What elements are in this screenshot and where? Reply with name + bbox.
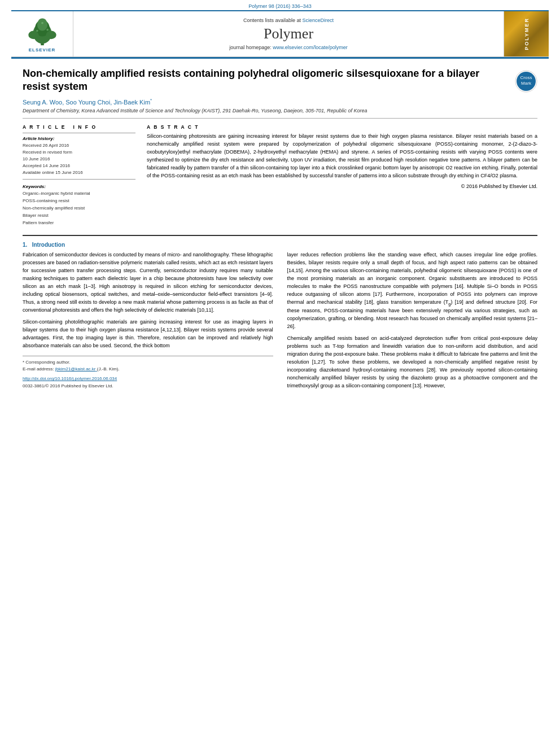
- article-history-box: Article history: Received 26 April 2016 …: [23, 133, 135, 180]
- authors: Seung A. Woo, Soo Young Choi, Jin-Baek K…: [23, 98, 537, 106]
- journal-center: Contents lists available at ScienceDirec…: [73, 11, 504, 56]
- top-reference-bar: Polymer 98 (2016) 336–343: [0, 0, 560, 10]
- article-info-column: A R T I C L E I N F O Article history: R…: [23, 124, 135, 226]
- footnote-email-line: E-mail address: jbkim21@kaist.ac.kr (J.-…: [23, 366, 273, 373]
- svg-point-6: [36, 30, 38, 32]
- homepage-prefix: journal homepage:: [229, 45, 273, 50]
- paragraph-1-text: Fabrication of semiconductor devices is …: [23, 252, 273, 313]
- body-paragraph-1: Fabrication of semiconductor devices is …: [23, 251, 273, 314]
- elsevier-wordmark: ELSEVIER: [29, 47, 56, 53]
- journal-homepage: journal homepage: www.elsevier.com/locat…: [229, 45, 348, 50]
- received-date: Received 26 April 2016: [23, 142, 135, 149]
- doi-link[interactable]: http://dx.doi.org/10.1016/j.polymer.2016…: [23, 376, 117, 381]
- keyword-2: POSS-containing resist: [23, 198, 135, 205]
- keyword-1: Organic–inorganic hybrid material: [23, 190, 135, 198]
- paragraph-3-text: layer reduces reflection problems like t…: [287, 252, 538, 329]
- paragraph-2-text: Silicon-containing photolithographic mat…: [23, 319, 273, 348]
- svg-text:Mark: Mark: [521, 81, 532, 86]
- body-left-column: Fabrication of semiconductor devices is …: [23, 251, 273, 394]
- journal-reference: Polymer 98 (2016) 336–343: [248, 3, 312, 9]
- svg-point-4: [28, 31, 38, 40]
- page: Polymer 98 (2016) 336–343: [0, 0, 560, 747]
- elsevier-tree-icon: [23, 15, 62, 46]
- footnote-corresponding: * Corresponding author.: [23, 359, 273, 366]
- available-date: Available online 15 June 2016: [23, 169, 135, 176]
- article-info-header: A R T I C L E I N F O: [23, 124, 135, 130]
- section-heading: Introduction: [32, 242, 65, 248]
- footnote-email-note: (J.-B. Kim).: [97, 366, 120, 372]
- journal-name: Polymer: [264, 25, 313, 42]
- footnote-asterisk: * Corresponding author.: [23, 360, 71, 365]
- section-number: 1.: [23, 242, 27, 248]
- body-paragraph-2: Silicon-containing photolithographic mat…: [23, 318, 273, 350]
- received-revised-date: 10 June 2016: [23, 156, 135, 163]
- svg-point-7: [46, 29, 49, 31]
- svg-point-5: [46, 31, 56, 40]
- body-two-column: Fabrication of semiconductor devices is …: [23, 251, 537, 394]
- doi-section: http://dx.doi.org/10.1016/j.polymer.2016…: [23, 375, 273, 390]
- journal-header: ELSEVIER Contents lists available at Sci…: [11, 10, 549, 57]
- article-title-section: Non-chemically amplified resists contain…: [23, 67, 537, 94]
- sciencedirect-anchor[interactable]: ScienceDirect: [303, 18, 334, 23]
- history-title: Article history:: [23, 136, 135, 141]
- keyword-3: Non-chemically amplified resist: [23, 205, 135, 212]
- crossmark-icon: Cross Mark: [515, 70, 537, 93]
- article-content: Non-chemically amplified resists contain…: [0, 59, 560, 405]
- body-paragraph-4: Chemically amplified resists based on ac…: [287, 335, 538, 390]
- svg-text:Cross: Cross: [520, 75, 532, 80]
- copyright-notice: © 2016 Published by Elsevier Ltd.: [147, 184, 537, 189]
- polymer-cover-image: polymer: [504, 11, 549, 56]
- article-two-column: A R T I C L E I N F O Article history: R…: [23, 124, 537, 226]
- received-revised-label: Received in revised form: [23, 149, 135, 156]
- body-paragraph-3: layer reduces reflection problems like t…: [287, 251, 538, 331]
- accepted-date: Accepted 14 June 2016: [23, 163, 135, 169]
- svg-point-8: [41, 22, 43, 24]
- email-label: E-mail address:: [23, 366, 55, 372]
- article-title: Non-chemically amplified resists contain…: [23, 67, 506, 94]
- sciencedirect-prefix: Contents lists available at: [243, 18, 303, 23]
- footnotes: * Corresponding author. E-mail address: …: [23, 356, 273, 373]
- body-right-column: layer reduces reflection problems like t…: [287, 251, 538, 394]
- issn-text: 0032-3861/© 2016 Published by Elsevier L…: [23, 383, 113, 388]
- paragraph-4-text: Chemically amplified resists based on ac…: [287, 335, 538, 388]
- intro-section-title: 1. Introduction: [23, 242, 537, 248]
- polymer-cover-label: polymer: [524, 18, 530, 50]
- corresponding-marker: *: [150, 98, 152, 103]
- svg-point-3: [37, 19, 47, 31]
- keywords-section: Keywords: Organic–inorganic hybrid mater…: [23, 184, 135, 226]
- elsevier-logo: ELSEVIER: [11, 11, 73, 56]
- abstract-column: A B S T R A C T Silicon-containing photo…: [147, 124, 537, 226]
- affiliation: Department of Chemistry, Korea Advanced …: [23, 108, 537, 119]
- author-names: Seung A. Woo, Soo Young Choi, Jin-Baek K…: [23, 99, 152, 106]
- keyword-5: Pattern transfer: [23, 220, 135, 227]
- abstract-header: A B S T R A C T: [147, 124, 537, 130]
- keyword-4: Bilayer resist: [23, 212, 135, 220]
- sciencedirect-link: Contents lists available at ScienceDirec…: [243, 18, 334, 23]
- keywords-title: Keywords:: [23, 184, 135, 189]
- abstract-text: Silicon-containing photoresists are gain…: [147, 133, 537, 180]
- footnote-email-link[interactable]: jbkim21@kaist.ac.kr: [55, 366, 97, 372]
- body-section: 1. Introduction Fabrication of semicondu…: [23, 235, 537, 394]
- homepage-url[interactable]: www.elsevier.com/locate/polymer: [273, 45, 348, 50]
